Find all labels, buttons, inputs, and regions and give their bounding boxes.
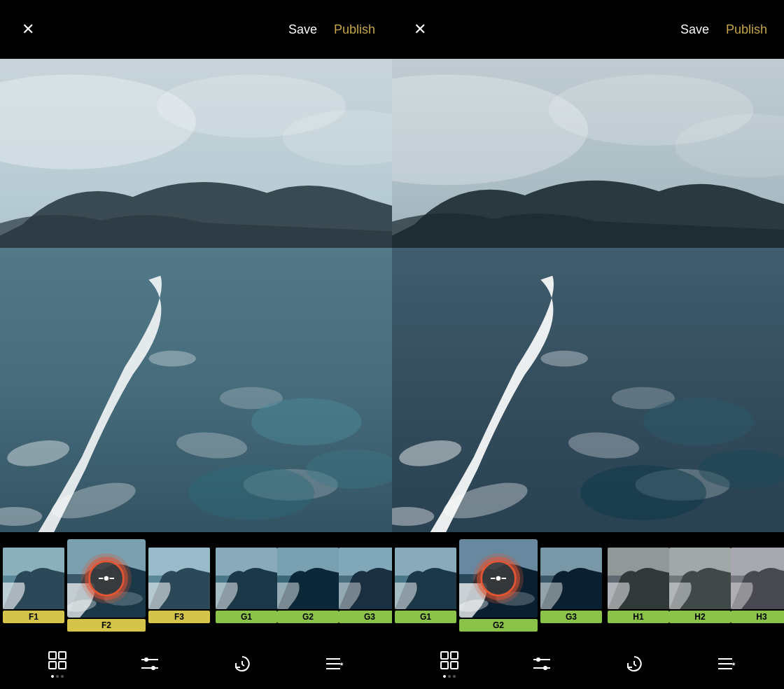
filter-label-g3-right: G3 — [540, 611, 602, 623]
filter-f1[interactable]: F1 — [3, 548, 64, 623]
image-area-right — [392, 59, 784, 532]
top-bar-right: ✕ Save Publish — [392, 0, 784, 59]
filter-label-g1: G1 — [216, 611, 277, 623]
selected-circle-f2 — [88, 560, 125, 597]
svg-point-85 — [543, 666, 547, 670]
svg-rect-34 — [49, 662, 56, 669]
toolbar-sliders-right[interactable] — [531, 653, 552, 674]
svg-rect-80 — [441, 662, 448, 669]
filter-h2-right[interactable]: H2 — [669, 548, 731, 623]
list-star-icon-left — [324, 653, 345, 674]
filter-thumb-f2 — [67, 539, 146, 618]
save-button-left[interactable]: Save — [288, 22, 317, 37]
filter-g3[interactable]: G3 — [339, 548, 392, 623]
toolbar-list-right[interactable] — [716, 653, 737, 674]
filter-label-g1-right: G1 — [395, 611, 456, 623]
grid-dots-left — [51, 675, 64, 678]
svg-point-68 — [496, 576, 501, 581]
filter-g2-right[interactable]: G2 — [459, 539, 538, 632]
toolbar-history-right[interactable] — [624, 653, 645, 674]
svg-point-83 — [536, 657, 540, 662]
filter-thumb-h2-right — [669, 548, 731, 609]
toolbar-history-left[interactable] — [232, 653, 253, 674]
beach-image-right — [392, 59, 784, 532]
filter-label-h3-right: H3 — [731, 611, 784, 623]
grid-dots-right — [443, 675, 456, 678]
filter-label-h2-right: H2 — [669, 611, 731, 623]
image-area-left — [0, 59, 392, 532]
filter-thumb-g1 — [216, 548, 277, 609]
list-star-icon-right — [716, 653, 737, 674]
grid-icon-left — [47, 650, 68, 671]
svg-rect-35 — [59, 662, 66, 669]
filter-thumb-h1-right — [608, 548, 669, 609]
svg-point-37 — [144, 657, 148, 662]
filter-strip-left: F1 F2 — [0, 532, 392, 639]
svg-point-39 — [151, 666, 155, 670]
filter-f3[interactable]: F3 — [148, 548, 210, 623]
filter-strip-right: G1 G2 — [392, 532, 784, 639]
top-actions-left: Save Publish — [288, 22, 375, 37]
filter-f2[interactable]: F2 — [67, 539, 146, 632]
svg-point-10 — [148, 351, 196, 367]
grid-icon-right — [439, 650, 460, 671]
filter-thumb-g2-right — [459, 539, 538, 618]
svg-point-60 — [580, 465, 706, 520]
filter-thumb-g3 — [339, 548, 392, 609]
bottom-toolbar-right — [392, 639, 784, 689]
filter-label-f1: F1 — [3, 611, 64, 623]
filter-label-g3: G3 — [339, 611, 392, 623]
svg-point-56 — [540, 351, 588, 367]
filter-label-g2-right: G2 — [459, 619, 538, 632]
filter-g3-right[interactable]: G3 — [540, 548, 602, 623]
svg-line-41 — [242, 664, 244, 666]
svg-point-58 — [643, 398, 754, 445]
publish-button-right[interactable]: Publish — [726, 22, 767, 37]
svg-rect-78 — [441, 652, 448, 659]
filter-label-h1-right: H1 — [608, 611, 669, 623]
top-actions-right: Save Publish — [680, 22, 767, 37]
sliders-icon-right — [531, 653, 552, 674]
close-button-left[interactable]: ✕ — [17, 20, 39, 39]
filter-label-f3: F3 — [148, 611, 210, 623]
filter-thumb-g3-right — [540, 548, 602, 609]
toolbar-list-left[interactable] — [324, 653, 345, 674]
filter-g2[interactable]: G2 — [277, 548, 339, 623]
filter-thumb-g2 — [277, 548, 339, 609]
history-icon-right — [624, 653, 645, 674]
save-button-right[interactable]: Save — [680, 22, 709, 37]
svg-point-14 — [188, 465, 314, 520]
top-bar-left: ✕ Save Publish — [0, 0, 392, 59]
svg-rect-33 — [59, 652, 66, 659]
filter-thumb-h3-right — [731, 548, 784, 609]
svg-rect-79 — [451, 652, 458, 659]
panel-right: ✕ Save Publish — [392, 0, 784, 689]
sliders-icon-left — [139, 653, 160, 674]
filter-g1[interactable]: G1 — [216, 548, 277, 623]
panel-left: ✕ Save Publish — [0, 0, 392, 689]
svg-rect-32 — [49, 652, 56, 659]
toolbar-sliders-left[interactable] — [139, 653, 160, 674]
bottom-toolbar-left — [0, 639, 392, 689]
filter-thumb-f1 — [3, 548, 64, 609]
svg-marker-91 — [732, 662, 736, 665]
beach-image-left — [0, 59, 392, 532]
toolbar-grid-right[interactable] — [439, 650, 460, 678]
filter-g1-right[interactable]: G1 — [395, 548, 456, 623]
filter-thumb-f3 — [148, 548, 210, 609]
svg-point-12 — [251, 398, 362, 445]
filter-label-f2: F2 — [67, 619, 146, 632]
svg-point-22 — [104, 576, 109, 581]
svg-marker-45 — [340, 662, 344, 665]
close-button-right[interactable]: ✕ — [409, 20, 431, 39]
filter-label-g2: G2 — [277, 611, 339, 623]
history-icon-left — [232, 653, 253, 674]
selected-circle-g2 — [480, 560, 517, 597]
filter-h3-right[interactable]: H3 — [731, 548, 784, 623]
publish-button-left[interactable]: Publish — [334, 22, 375, 37]
filter-h1-right[interactable]: H1 — [608, 548, 669, 623]
toolbar-grid-left[interactable] — [47, 650, 68, 678]
svg-rect-81 — [451, 662, 458, 669]
svg-line-87 — [634, 664, 636, 666]
filter-thumb-g1-right — [395, 548, 456, 609]
